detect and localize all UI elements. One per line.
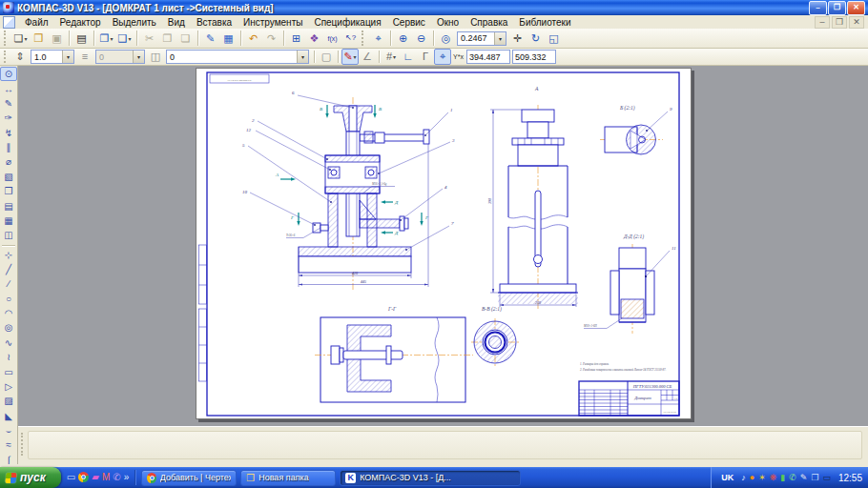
print-preview-button[interactable]: ❐▾	[97, 30, 115, 48]
zoom-in-button[interactable]: ⊕	[394, 30, 412, 48]
variables-button[interactable]: ⊞	[287, 30, 305, 48]
task-chrome-drawing[interactable]: Добавить | Чертеж...	[141, 470, 237, 486]
messenger-icon[interactable]: ✆	[113, 473, 120, 482]
antivirus-icon[interactable]: ▮	[780, 474, 785, 482]
aux-line-tool-button[interactable]: ╱	[0, 262, 17, 276]
menu-view[interactable]: Вид	[162, 16, 191, 29]
specification-panel-button[interactable]: ▤	[0, 198, 17, 213]
star-icon[interactable]: ✶	[758, 474, 766, 482]
task-kompas[interactable]: KКОМПАС-3D V13 - [Д...	[340, 470, 521, 486]
chrome-icon[interactable]	[78, 472, 89, 484]
layer-combo[interactable]: 0▾	[95, 50, 145, 64]
line-scale-combo[interactable]: 1.0▾	[31, 50, 74, 64]
rectangle-tool-button[interactable]: ▭	[0, 364, 17, 378]
pencil-icon[interactable]: ✎	[800, 474, 808, 482]
new-window-button[interactable]: ❑▾	[115, 30, 134, 48]
parametrization-panel-button[interactable]: ∥	[0, 140, 17, 154]
start-button[interactable]: пуск	[0, 467, 61, 488]
undo-button[interactable]: ↶	[244, 30, 262, 48]
mail-icon[interactable]: M	[102, 473, 110, 482]
rounded-rect-button[interactable]: ▢	[318, 49, 335, 65]
ortho-button[interactable]: Γ	[417, 49, 434, 65]
show-desktop-icon[interactable]: ▭	[67, 473, 75, 482]
property-bar-handle[interactable]	[21, 433, 23, 456]
pink-app-icon[interactable]: ▰	[92, 473, 99, 482]
mdi-close-button[interactable]: ✕	[849, 16, 864, 29]
menu-service[interactable]: Сервис	[387, 16, 431, 29]
toolbar-drag-handle[interactable]	[362, 30, 367, 46]
menu-help[interactable]: Справка	[465, 16, 513, 29]
inserts-panel-button[interactable]: ◫	[0, 228, 17, 242]
measure-panel-button[interactable]: ⌀	[0, 154, 17, 169]
properties-button[interactable]: ▦	[219, 30, 238, 48]
annotations-panel-button[interactable]: ✎	[0, 96, 17, 111]
snap-button[interactable]: ⌖	[434, 49, 451, 65]
drawing-sheet[interactable]: ПГТУ.031300.000 СБ	[196, 68, 692, 419]
functions-button[interactable]: f(x)	[323, 30, 341, 48]
library-manager-button[interactable]: ❖	[305, 30, 323, 48]
document-icon[interactable]	[3, 16, 15, 29]
menu-libraries[interactable]: Библиотеки	[513, 16, 576, 29]
zoom-area-button[interactable]: ◎	[437, 30, 455, 48]
close-button[interactable]: ✕	[847, 1, 865, 15]
menu-insert[interactable]: Вставка	[191, 16, 238, 29]
mdi-restore-button[interactable]: ❐	[832, 16, 847, 29]
polygon-tool-button[interactable]: ▷	[0, 379, 17, 394]
menu-window[interactable]: Окно	[431, 16, 465, 29]
volume-icon[interactable]: ♪	[741, 474, 746, 482]
context-help-button[interactable]: ↖?	[341, 30, 360, 48]
print-button[interactable]: ▤	[72, 30, 91, 48]
symbols-panel-button[interactable]: ✑	[0, 111, 17, 125]
grid-button[interactable]: #▾	[382, 49, 400, 65]
redo-button[interactable]: ↷	[262, 30, 280, 48]
layers-button[interactable]: ≡	[76, 49, 93, 65]
pen-style-button[interactable]: ✎▾	[341, 49, 359, 65]
angle-button[interactable]: ∠	[359, 49, 376, 65]
menu-file[interactable]: Файл	[19, 16, 54, 29]
paste-button[interactable]: ❏	[176, 30, 195, 48]
geometry-panel-button[interactable]: ⊙	[0, 67, 17, 81]
minimize-button[interactable]: –	[809, 1, 827, 15]
clock[interactable]: 12:55	[838, 473, 862, 483]
zoom-out-button[interactable]: ⊖	[412, 30, 430, 48]
menu-editor[interactable]: Редактор	[54, 16, 107, 29]
fillet-tool-button[interactable]: ⌣	[0, 423, 17, 437]
copy-properties-button[interactable]: ✎	[201, 30, 219, 48]
new-document-button[interactable]: ❏▾	[11, 30, 30, 48]
menu-tools[interactable]: Инструменты	[238, 16, 308, 29]
reports-panel-button[interactable]: ▦	[0, 214, 17, 228]
window-icon[interactable]: ❐	[811, 474, 818, 482]
phone-icon[interactable]: ✆	[789, 474, 796, 482]
menu-specification[interactable]: Спецификация	[308, 16, 386, 29]
circle-tool-button[interactable]: ○	[0, 292, 17, 306]
pan-button[interactable]: ✛	[508, 30, 527, 48]
views-button[interactable]: ◫	[147, 49, 164, 65]
update-icon[interactable]: ●	[750, 474, 754, 482]
coord-x-field[interactable]: 394.487	[466, 50, 510, 64]
save-document-button[interactable]: ▣	[48, 30, 66, 48]
views-panel-button[interactable]: ❐	[0, 184, 17, 198]
coord-y-field[interactable]: 509.332	[512, 50, 556, 64]
local-cs-button[interactable]: ∟	[400, 49, 417, 65]
display-icon[interactable]: ▭	[822, 474, 831, 482]
zoom-combo[interactable]: 0.2467▾	[457, 31, 506, 46]
zoom-selected-button[interactable]: ⌖	[369, 30, 387, 48]
ellipse-tool-button[interactable]: ◎	[0, 320, 17, 335]
refresh-button[interactable]: ↻	[527, 30, 545, 48]
equidistant-tool-button[interactable]: ≈	[0, 437, 17, 452]
chamfer-tool-button[interactable]: ◣	[0, 409, 17, 423]
open-document-button[interactable]: ❒	[30, 30, 48, 48]
copy-button[interactable]: ❐	[158, 30, 176, 48]
show-all-button[interactable]: ◱	[545, 30, 563, 48]
curve-tool-button[interactable]: ∿	[0, 336, 17, 350]
quick-launch-overflow[interactable]: »	[124, 473, 130, 482]
arc-tool-button[interactable]: ◠	[0, 306, 17, 320]
shield-icon[interactable]: ❋	[770, 474, 777, 482]
task-new-folder[interactable]: ❒Новая папка	[240, 470, 336, 486]
view-combo[interactable]: 0▾	[166, 50, 309, 64]
point-tool-button[interactable]: ⊹	[0, 247, 17, 261]
restore-button[interactable]: ❐	[828, 1, 846, 15]
menu-select[interactable]: Выделить	[107, 16, 162, 29]
cut-button[interactable]: ✂	[140, 30, 158, 48]
dimensions-panel-button[interactable]: ↔	[0, 81, 17, 95]
